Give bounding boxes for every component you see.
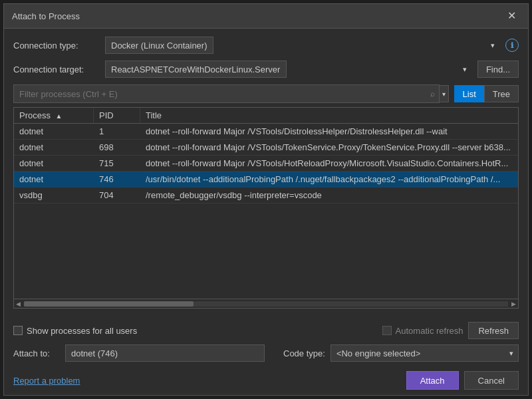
process-table: Process ▲ PID Title dotnet 1 dotnet --ro… [13, 107, 519, 309]
td-title: /usr/bin/dotnet --additionalProbingPath … [140, 172, 518, 187]
bottom-row3: Report a problem Attach Cancel [13, 367, 519, 395]
tree-view-button[interactable]: Tree [484, 85, 519, 102]
connection-target-label: Connection target: [13, 65, 100, 74]
report-problem-link[interactable]: Report a problem [13, 376, 80, 386]
refresh-button[interactable]: Refresh [468, 322, 519, 339]
code-type-select-wrapper: <No engine selected> [331, 344, 519, 362]
filter-dropdown-button[interactable]: ▾ [440, 85, 449, 102]
refresh-area: Automatic refresh Refresh [382, 322, 519, 339]
attach-to-row: Attach to: Code type: <No engine selecte… [13, 344, 519, 362]
filter-input-wrapper: ⌕ [13, 84, 440, 103]
td-pid: 1 [94, 124, 140, 139]
attach-to-label: Attach to: [13, 348, 60, 358]
attach-to-input[interactable] [65, 344, 265, 362]
attach-button[interactable]: Attach [406, 371, 459, 390]
table-row[interactable]: dotnet 1 dotnet --roll-forward Major /VS… [14, 124, 518, 140]
connection-target-select[interactable]: ReactASPNETCoreWithDockerLinux.Server [105, 61, 287, 78]
horizontal-scrollbar[interactable]: ◀ ▶ [14, 299, 518, 308]
attach-to-process-dialog: Attach to Process ✕ Connection type: Doc… [3, 3, 529, 396]
scrollbar-track[interactable] [24, 301, 508, 307]
code-type-select[interactable]: <No engine selected> [331, 344, 519, 362]
scroll-right-icon[interactable]: ▶ [509, 301, 518, 307]
col-title[interactable]: Title [140, 108, 518, 123]
filter-row: ⌕ ▾ List Tree [13, 84, 519, 103]
connection-type-label: Connection type: [13, 41, 100, 51]
table-body: dotnet 1 dotnet --roll-forward Major /VS… [14, 124, 518, 299]
scrollbar-thumb[interactable] [24, 301, 194, 307]
auto-refresh-checkbox[interactable] [382, 326, 392, 335]
find-button[interactable]: Find... [477, 61, 519, 78]
action-buttons: Attach Cancel [406, 371, 519, 390]
td-process: dotnet [14, 172, 94, 187]
connection-target-row: Connection target: ReactASPNETCoreWithDo… [13, 61, 519, 78]
td-pid: 704 [94, 188, 140, 203]
td-title: dotnet --roll-forward Major /VSTools/Tok… [140, 140, 518, 155]
view-toggle: List Tree [454, 85, 519, 102]
td-process: dotnet [14, 140, 94, 155]
table-row[interactable]: dotnet 698 dotnet --roll-forward Major /… [14, 140, 518, 156]
connection-type-row: Connection type: Docker (Linux Container… [13, 37, 519, 54]
connection-target-select-wrapper: ReactASPNETCoreWithDockerLinux.Server [105, 61, 472, 78]
bottom-section: Show processes for all users Automatic r… [4, 317, 528, 395]
col-process[interactable]: Process ▲ [14, 108, 94, 123]
info-icon: ℹ [505, 39, 519, 52]
show-all-users-label[interactable]: Show processes for all users [13, 326, 137, 336]
td-title: dotnet --roll-forward Major /VSTools/Hot… [140, 156, 518, 171]
table-row[interactable]: vsdbg 704 /remote_debugger/vsdbg --inter… [14, 188, 518, 203]
filter-input[interactable] [14, 85, 439, 102]
table-header: Process ▲ PID Title [14, 108, 518, 124]
bottom-row1: Show processes for all users Automatic r… [13, 322, 519, 339]
connection-type-select-wrapper: Docker (Linux Container) [105, 37, 500, 54]
list-view-button[interactable]: List [454, 85, 484, 102]
td-pid: 715 [94, 156, 140, 171]
td-process: dotnet [14, 124, 94, 139]
col-pid[interactable]: PID [94, 108, 140, 123]
table-row[interactable]: dotnet 746 /usr/bin/dotnet --additionalP… [14, 172, 518, 188]
table-row[interactable]: dotnet 715 dotnet --roll-forward Major /… [14, 156, 518, 172]
dialog-content: Connection type: Docker (Linux Container… [4, 29, 528, 317]
scroll-left-icon[interactable]: ◀ [14, 301, 23, 307]
td-pid: 698 [94, 140, 140, 155]
connection-type-select[interactable]: Docker (Linux Container) [105, 37, 213, 54]
auto-refresh-label[interactable]: Automatic refresh [382, 326, 464, 336]
close-button[interactable]: ✕ [503, 9, 520, 23]
code-type-label: Code type: [283, 348, 325, 358]
cancel-button[interactable]: Cancel [464, 371, 519, 390]
title-bar: Attach to Process ✕ [4, 4, 528, 29]
dialog-title: Attach to Process [12, 11, 80, 21]
td-process: dotnet [14, 156, 94, 171]
search-icon: ⌕ [430, 89, 435, 98]
td-process: vsdbg [14, 188, 94, 203]
show-all-checkbox[interactable] [13, 326, 23, 335]
td-title: /remote_debugger/vsdbg --interpreter=vsc… [140, 188, 518, 203]
td-pid: 746 [94, 172, 140, 187]
sort-arrow-icon: ▲ [56, 112, 63, 120]
td-title: dotnet --roll-forward Major /VSTools/Dis… [140, 124, 518, 139]
